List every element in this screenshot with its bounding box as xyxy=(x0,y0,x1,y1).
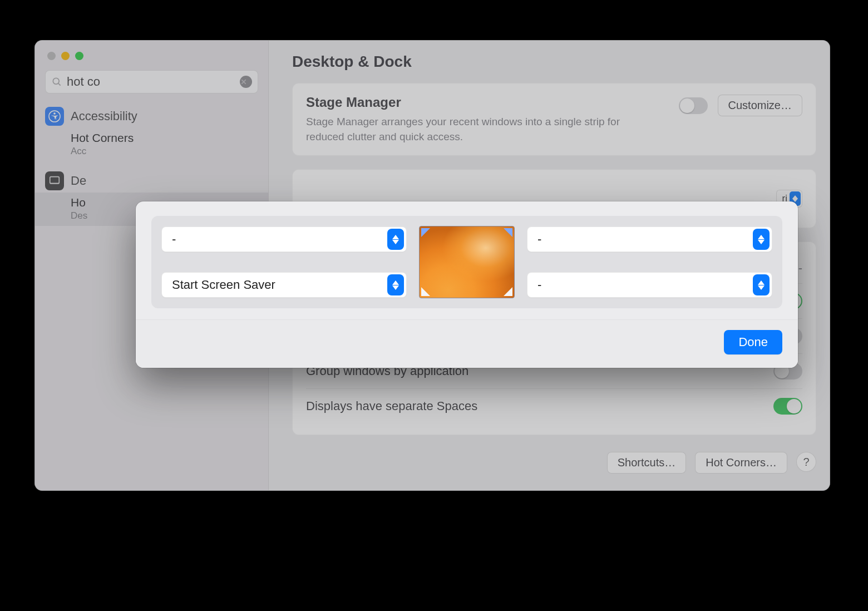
corner-indicator-br xyxy=(504,287,512,296)
corner-indicator-tl xyxy=(421,228,430,237)
hot-corner-bottom-right-value: - xyxy=(537,278,541,292)
done-button[interactable]: Done xyxy=(724,330,782,354)
hot-corner-top-right-select[interactable]: - xyxy=(527,226,772,252)
chevron-updown-icon xyxy=(753,274,770,295)
hot-corner-bottom-left-select[interactable]: Start Screen Saver xyxy=(161,272,407,298)
hot-corner-bottom-right-select[interactable]: - xyxy=(527,272,772,298)
hot-corner-top-left-select[interactable]: - xyxy=(161,226,407,252)
hot-corners-grid: - - xyxy=(151,216,782,308)
hot-corner-top-right-value: - xyxy=(537,232,541,247)
chevron-updown-icon xyxy=(387,229,404,250)
corner-indicator-bl xyxy=(421,287,430,296)
desktop-thumbnail xyxy=(419,226,515,298)
chevron-updown-icon xyxy=(387,274,404,295)
corner-indicator-tr xyxy=(504,228,512,237)
chevron-updown-icon xyxy=(753,229,770,250)
hot-corner-bottom-left-value: Start Screen Saver xyxy=(172,278,275,292)
hot-corners-modal: - - xyxy=(136,201,798,368)
hot-corner-top-left-value: - xyxy=(172,232,176,247)
